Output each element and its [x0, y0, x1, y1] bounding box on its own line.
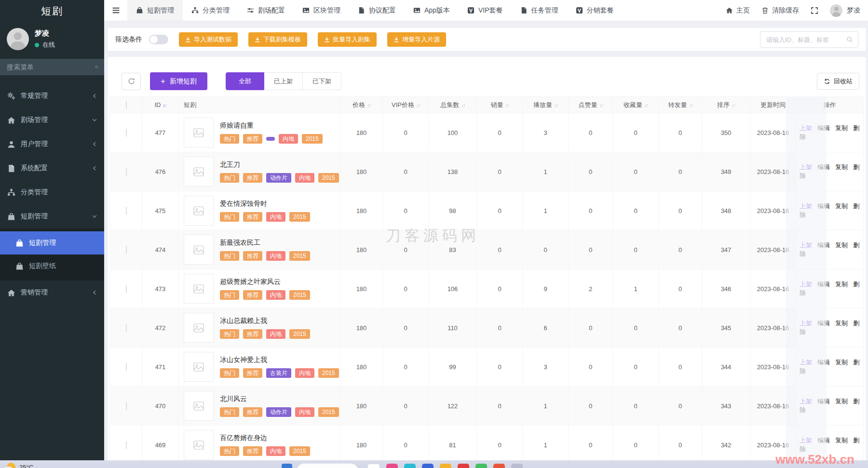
nav-tab[interactable]: VIP套餐	[459, 0, 512, 21]
sidebar-item[interactable]: 分类管理	[0, 180, 104, 204]
taskbar-app-icon[interactable]	[475, 464, 487, 468]
action-publish-link[interactable]: 上架	[800, 124, 812, 132]
drama-thumbnail[interactable]	[184, 430, 214, 460]
action-edit-link[interactable]: 编辑	[817, 320, 830, 327]
sidebar-item[interactable]: 常规管理	[0, 84, 104, 108]
refresh-button[interactable]	[122, 73, 141, 90]
row-checkbox[interactable]	[126, 168, 127, 176]
sidebar-item[interactable]: 短剧管理	[0, 204, 104, 228]
status-tab[interactable]: 已上架	[264, 72, 303, 90]
sort-icon[interactable]: ↓↑	[163, 102, 166, 108]
nav-tab[interactable]: 任务管理	[512, 0, 567, 21]
drama-thumbnail[interactable]	[184, 313, 214, 343]
action-edit-link[interactable]: 编辑	[817, 437, 830, 444]
taskbar-app-icon[interactable]	[493, 464, 505, 468]
import-button[interactable]: 增量导入片源	[387, 32, 446, 47]
nav-tab[interactable]: 短剧管理	[127, 0, 183, 21]
row-checkbox[interactable]	[126, 129, 127, 137]
drama-thumbnail[interactable]	[184, 235, 214, 265]
table-search[interactable]	[760, 31, 858, 48]
sidebar-item[interactable]: 系统配置	[0, 156, 104, 180]
nav-tab[interactable]: 分销套餐	[567, 0, 623, 21]
action-copy-link[interactable]: 复制	[835, 359, 848, 366]
row-checkbox[interactable]	[126, 285, 127, 293]
action-edit-link[interactable]: 编辑	[817, 124, 830, 132]
sort-icon[interactable]: ↓↑	[461, 102, 465, 108]
action-publish-link[interactable]: 上架	[800, 281, 812, 288]
add-drama-button[interactable]: + 新增短剧	[150, 72, 207, 90]
taskbar-search[interactable]	[296, 463, 359, 468]
taskbar-app-icon[interactable]	[440, 464, 451, 468]
sort-icon[interactable]: ↓↑	[599, 102, 603, 108]
action-copy-link[interactable]: 复制	[835, 320, 848, 327]
drama-thumbnail[interactable]	[184, 196, 214, 226]
taskbar-app-icon[interactable]	[386, 464, 398, 468]
sort-icon[interactable]: ↓↑	[505, 102, 509, 108]
sidebar-subitem[interactable]: 短剧管理	[0, 231, 104, 254]
action-publish-link[interactable]: 上架	[800, 241, 812, 249]
action-publish-link[interactable]: 上架	[800, 163, 812, 171]
drama-thumbnail[interactable]	[184, 118, 214, 147]
taskbar-app-icon[interactable]	[422, 464, 434, 468]
action-copy-link[interactable]: 复制	[835, 163, 848, 171]
sidebar-search-input[interactable]	[6, 63, 95, 71]
action-edit-link[interactable]: 编辑	[817, 241, 830, 249]
action-copy-link[interactable]: 复制	[835, 281, 848, 288]
action-edit-link[interactable]: 编辑	[817, 398, 830, 405]
taskbar-app-icon[interactable]	[367, 464, 380, 468]
import-button[interactable]: 导入测试数据	[179, 32, 238, 47]
row-checkbox[interactable]	[126, 402, 127, 410]
windows-start-button[interactable]	[282, 464, 292, 468]
sidebar-item[interactable]: 用户管理	[0, 132, 104, 156]
row-checkbox[interactable]	[126, 363, 127, 371]
drama-thumbnail[interactable]	[184, 391, 214, 421]
drama-thumbnail[interactable]	[184, 157, 214, 187]
sidebar-subitem[interactable]: 短剧壁纸	[0, 254, 104, 278]
action-copy-link[interactable]: 复制	[835, 124, 848, 132]
drama-thumbnail[interactable]	[184, 274, 214, 304]
import-button[interactable]: 批量导入剧集	[318, 32, 377, 47]
action-edit-link[interactable]: 编辑	[817, 163, 830, 171]
filter-toggle[interactable]	[149, 35, 168, 44]
action-copy-link[interactable]: 复制	[835, 241, 848, 249]
action-publish-link[interactable]: 上架	[800, 437, 812, 444]
sort-icon[interactable]: ↓↑	[367, 102, 370, 108]
recycle-bin-button[interactable]: 回收站	[817, 73, 859, 90]
clear-cache-button[interactable]: 清除缓存	[761, 6, 799, 15]
sidebar-search[interactable]	[0, 59, 104, 75]
taskbar-app-icon[interactable]	[458, 464, 469, 468]
action-publish-link[interactable]: 上架	[800, 398, 812, 405]
home-link[interactable]: 主页	[726, 6, 750, 15]
taskbar-weather-widget[interactable]: 25°C	[7, 463, 33, 468]
hamburger-button[interactable]	[104, 0, 127, 21]
taskbar-app-icon[interactable]	[404, 464, 416, 468]
action-copy-link[interactable]: 复制	[835, 398, 848, 405]
taskbar-app-icon[interactable]	[511, 464, 523, 468]
status-tab[interactable]: 已下架	[303, 72, 341, 90]
action-edit-link[interactable]: 编辑	[817, 202, 830, 210]
row-checkbox[interactable]	[126, 207, 127, 215]
fullscreen-button[interactable]	[811, 7, 818, 14]
search-icon[interactable]	[846, 36, 853, 43]
row-checkbox[interactable]	[126, 246, 127, 254]
sidebar-item[interactable]: 剧场管理	[0, 108, 104, 132]
row-checkbox[interactable]	[126, 324, 127, 332]
action-edit-link[interactable]: 编辑	[817, 281, 830, 288]
nav-tab[interactable]: 区块管理	[294, 0, 349, 21]
action-publish-link[interactable]: 上架	[800, 359, 812, 366]
sort-icon[interactable]: ↓↑	[644, 102, 648, 108]
topnav-user[interactable]: 梦凌	[830, 4, 860, 17]
action-copy-link[interactable]: 复制	[835, 202, 848, 210]
sort-icon[interactable]: ↓↑	[554, 102, 557, 108]
status-tab[interactable]: 全部	[226, 72, 264, 90]
action-copy-link[interactable]: 复制	[835, 437, 848, 444]
search-icon[interactable]	[95, 64, 98, 70]
action-publish-link[interactable]: 上架	[800, 202, 812, 210]
nav-tab[interactable]: 分类管理	[183, 0, 238, 21]
nav-tab[interactable]: App版本	[405, 0, 459, 21]
import-button[interactable]: 下载剧集模板	[248, 32, 307, 47]
nav-tab[interactable]: 剧场配置	[238, 0, 294, 21]
select-all-checkbox[interactable]	[126, 101, 127, 109]
drama-thumbnail[interactable]	[184, 352, 214, 382]
table-search-input[interactable]	[765, 36, 846, 44]
